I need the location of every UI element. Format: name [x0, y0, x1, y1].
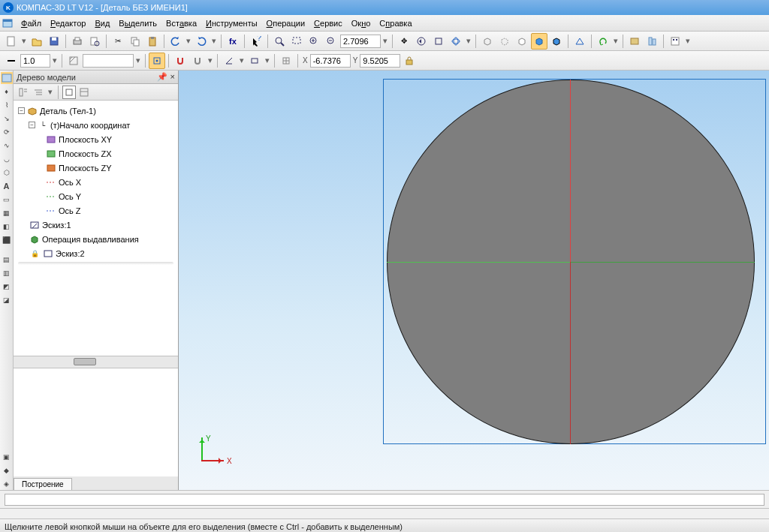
hatch-button[interactable]: [65, 53, 82, 69]
zoom-out-button[interactable]: [323, 33, 339, 50]
tool-a-button[interactable]: [626, 33, 643, 50]
style-dropdown[interactable]: ▾: [134, 56, 142, 65]
tree-origin[interactable]: − └ (т)Начало координат: [15, 118, 176, 132]
menu-operations[interactable]: Операции: [262, 17, 309, 30]
sketch-button[interactable]: fx: [225, 33, 241, 50]
tool-c-button[interactable]: [667, 33, 683, 50]
vtool-2[interactable]: ⌇: [1, 99, 13, 111]
angle-dropdown[interactable]: ▾: [238, 56, 246, 65]
tree-btn-2[interactable]: [32, 86, 45, 99]
new-button[interactable]: [3, 33, 20, 50]
vtool-13[interactable]: ▤: [1, 254, 13, 266]
zoom-dropdown[interactable]: ▾: [381, 36, 389, 46]
vtool-19[interactable]: ◈: [1, 478, 13, 490]
tool-b-button[interactable]: [644, 33, 660, 50]
vtool-12[interactable]: ⬛: [1, 234, 13, 246]
tree-plane-zy[interactable]: Плоскость ZY: [15, 161, 176, 175]
vtool-11[interactable]: ◧: [1, 221, 13, 233]
expander-icon[interactable]: −: [29, 122, 35, 128]
coord-x-input[interactable]: [310, 54, 351, 68]
vtool-1[interactable]: ♦: [1, 86, 13, 98]
vtool-15[interactable]: ◩: [1, 281, 13, 293]
vtool-10[interactable]: ▦: [1, 207, 13, 219]
zoom-fit-button[interactable]: [271, 33, 288, 50]
tree-plane-xy[interactable]: Плоскость XY: [15, 132, 176, 146]
nohidden-button[interactable]: [514, 33, 530, 50]
undo-dropdown[interactable]: ▾: [185, 36, 192, 46]
rect-button[interactable]: [246, 53, 263, 69]
tool-c-dropdown[interactable]: ▾: [684, 36, 692, 46]
coord-lock-button[interactable]: [401, 53, 418, 69]
angle-button[interactable]: [221, 53, 237, 69]
menu-editor[interactable]: Редактор: [46, 17, 90, 30]
pan-button[interactable]: ✥: [396, 33, 412, 50]
vtool-7[interactable]: ⬡: [1, 167, 13, 179]
zoom-value-input[interactable]: [340, 35, 381, 48]
menu-help[interactable]: Справка: [375, 17, 416, 30]
save-button[interactable]: [46, 33, 62, 50]
tree-root[interactable]: − Деталь (Тел-1): [15, 104, 176, 118]
redraw-button[interactable]: [595, 33, 611, 50]
orbit-button[interactable]: [448, 33, 464, 50]
line-style-button[interactable]: [3, 53, 20, 69]
tree-axis-y[interactable]: Ось Y: [15, 189, 176, 203]
perspective-button[interactable]: [571, 33, 588, 50]
undo-button[interactable]: [167, 33, 184, 50]
hidden-button[interactable]: [496, 33, 513, 50]
vtool-panel[interactable]: [1, 72, 13, 84]
tree-sketch2[interactable]: 🔒 Эскиз:2: [15, 246, 176, 260]
orbit-dropdown[interactable]: ▾: [465, 36, 472, 46]
snap-toggle[interactable]: [149, 53, 165, 69]
scale-input[interactable]: [20, 54, 50, 68]
magnet-dropdown[interactable]: ▾: [207, 56, 214, 65]
tab-build[interactable]: Построение: [14, 478, 72, 490]
scale-dropdown[interactable]: ▾: [51, 56, 59, 65]
command-input[interactable]: [5, 494, 764, 506]
tree-extrude[interactable]: Операция выдавливания: [15, 232, 176, 246]
preview-button[interactable]: [86, 33, 103, 50]
redo-dropdown[interactable]: ▾: [210, 36, 218, 46]
tree-axis-z[interactable]: Ось Z: [15, 203, 176, 218]
magnet-button[interactable]: [189, 53, 206, 69]
tree-btn-4[interactable]: [77, 86, 91, 99]
pin-icon[interactable]: 📌: [157, 72, 167, 82]
menu-window[interactable]: Окно: [347, 17, 375, 30]
menu-tools[interactable]: Инструменты: [201, 17, 262, 30]
tree-hscroll[interactable]: [14, 356, 178, 368]
paste-button[interactable]: [144, 33, 161, 50]
grid-sm-button[interactable]: [278, 53, 294, 69]
tree-plane-zx[interactable]: Плоскость ZX: [15, 146, 176, 161]
vtool-4[interactable]: ⟳: [1, 126, 13, 138]
open-button[interactable]: [29, 33, 45, 50]
zoom-all-button[interactable]: [430, 33, 447, 50]
shaded-button[interactable]: [531, 33, 547, 50]
close-icon[interactable]: ×: [170, 72, 175, 82]
zoom-in-button[interactable]: [306, 33, 322, 50]
vtool-16[interactable]: ◪: [1, 294, 13, 306]
print-button[interactable]: [69, 33, 86, 50]
vtool-9[interactable]: ▭: [1, 194, 13, 206]
expander-icon[interactable]: −: [18, 107, 25, 114]
menu-select[interactable]: Выделить: [114, 17, 161, 30]
redo-button[interactable]: [193, 33, 210, 50]
tree-sketch1[interactable]: Эскиз:1: [15, 218, 176, 232]
new-dropdown[interactable]: ▾: [20, 36, 28, 46]
rect-dropdown[interactable]: ▾: [264, 56, 271, 65]
copy-button[interactable]: [127, 33, 143, 50]
vtool-17[interactable]: ▣: [1, 451, 13, 463]
menu-file[interactable]: ФФайлайл: [17, 17, 46, 30]
magnet-red-button[interactable]: [172, 53, 188, 69]
vtool-6[interactable]: ◡: [1, 153, 13, 165]
zoom-window-button[interactable]: [288, 33, 305, 50]
shaded-edges-button[interactable]: [548, 33, 565, 50]
menu-view[interactable]: Вид: [90, 17, 114, 30]
vtool-8[interactable]: A: [1, 180, 13, 192]
menu-insert[interactable]: Вставка: [161, 17, 201, 30]
redraw-dropdown[interactable]: ▾: [612, 36, 620, 46]
cut-button[interactable]: ✂: [110, 33, 126, 50]
vtool-5[interactable]: ∿: [1, 140, 13, 152]
viewport-3d[interactable]: Y X: [179, 71, 769, 490]
tree-btn-2-dropdown[interactable]: ▾: [47, 87, 54, 97]
wireframe-button[interactable]: [479, 33, 496, 50]
help-arrow-button[interactable]: ?: [248, 33, 264, 50]
